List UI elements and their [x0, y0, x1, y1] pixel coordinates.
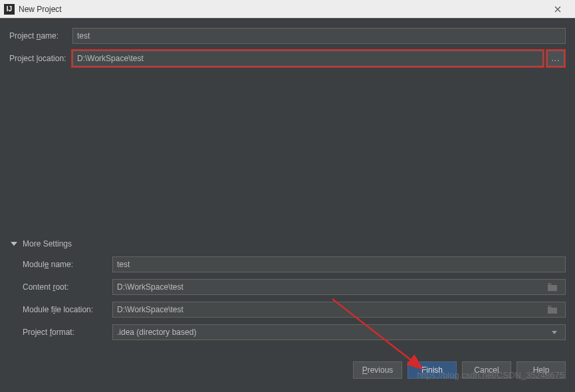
- folder-icon[interactable]: [546, 281, 558, 293]
- dropdown-icon: [552, 331, 557, 334]
- previous-button[interactable]: Previous: [353, 361, 402, 379]
- project-location-input[interactable]: D:\WorkSpace\test: [72, 50, 543, 66]
- browse-location-button[interactable]: ...: [547, 50, 564, 66]
- module-name-label: Module name:: [23, 260, 112, 269]
- project-name-label: Project name:: [9, 31, 72, 41]
- more-settings-label: More Settings: [23, 239, 72, 248]
- finish-button[interactable]: Finish: [407, 361, 457, 379]
- folder-icon[interactable]: [546, 304, 558, 316]
- more-settings-section: Module name: test Content root: D:\WorkS…: [9, 256, 566, 340]
- chevron-down-icon: [11, 242, 17, 246]
- content-root-label: Content root:: [23, 282, 112, 292]
- module-file-location-label: Module file location:: [23, 305, 112, 314]
- module-name-input[interactable]: test: [112, 256, 566, 272]
- help-button[interactable]: Help: [517, 361, 566, 379]
- close-icon: [554, 6, 561, 13]
- cancel-button[interactable]: Cancel: [462, 361, 511, 379]
- button-bar: Previous Finish Cancel Help: [0, 347, 575, 388]
- app-icon: IJ: [4, 4, 15, 15]
- project-format-label: Project format:: [23, 328, 112, 337]
- project-location-label: Project location:: [9, 54, 72, 63]
- dialog-content: Project name: test Project location: D:\…: [0, 19, 575, 340]
- content-root-input[interactable]: D:\WorkSpace\test: [112, 279, 566, 295]
- module-file-location-input[interactable]: D:\WorkSpace\test: [112, 302, 566, 318]
- titlebar: IJ New Project: [0, 0, 575, 19]
- project-format-select[interactable]: .idea (directory based): [112, 324, 566, 340]
- window-title: New Project: [19, 5, 544, 14]
- more-settings-toggle[interactable]: More Settings: [9, 239, 566, 248]
- close-button[interactable]: [544, 0, 571, 19]
- project-name-input[interactable]: test: [72, 28, 566, 44]
